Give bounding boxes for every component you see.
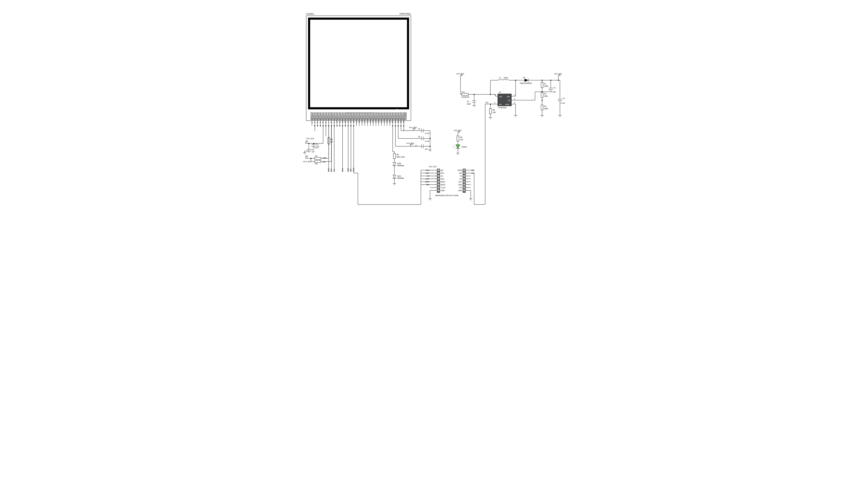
svg-text:470: 470 [460, 139, 463, 140]
svg-point-210 [429, 138, 430, 139]
svg-text:10K: 10K [322, 161, 326, 163]
svg-text:GND: GND [458, 190, 462, 191]
svg-text:R9: R9 [493, 109, 495, 111]
svg-text:10uF: 10uF [467, 103, 471, 105]
svg-rect-405 [463, 169, 465, 171]
power-led-block: VCC-3V3 R4 470 PWR1 [453, 130, 467, 155]
svg-text:FB: FB [508, 100, 510, 101]
svg-text:1uF: 1uF [425, 148, 428, 150]
svg-point-7 [314, 116, 316, 118]
oled-pin-label: D3 [354, 113, 356, 116]
svg-point-67 [370, 116, 371, 118]
svg-point-100 [400, 116, 402, 118]
vsl-chain: R6 50R 1/2W D2B RB480K D2A RB480K [392, 152, 405, 185]
svg-point-151 [336, 125, 337, 127]
oled-pin-label: VLSS [313, 111, 315, 116]
svg-text:←: ← [466, 169, 468, 171]
svg-text:4.7uF: 4.7uF [425, 140, 429, 142]
svg-marker-275 [524, 79, 528, 82]
svg-text:RST: RST [328, 168, 330, 172]
bus-routes [358, 170, 421, 205]
svg-point-88 [389, 116, 391, 118]
oled-pin-label: IREF [324, 111, 326, 116]
svg-point-40 [345, 116, 346, 118]
res-r5: R5 1M [328, 136, 333, 146]
svg-point-265 [474, 94, 475, 95]
svg-point-152 [339, 125, 340, 127]
oled-pin-label: D8 [368, 113, 370, 116]
svg-text:C4: C4 [418, 128, 420, 130]
rail-vcc33-4: VCC-3V3 [454, 130, 462, 131]
svg-text:R4: R4 [460, 136, 462, 138]
svg-text:17: 17 [355, 121, 357, 123]
svg-point-52 [356, 116, 357, 118]
svg-rect-351 [490, 109, 492, 114]
svg-text:4.7uF: 4.7uF [560, 102, 565, 104]
svg-point-270 [490, 94, 491, 95]
svg-text:C5: C5 [418, 136, 420, 138]
oled-pin-label: D5 [360, 113, 362, 116]
svg-rect-254 [462, 93, 468, 95]
oled-pin-label: CS# [332, 112, 334, 116]
svg-point-154 [345, 125, 346, 127]
svg-text:SW: SW [507, 96, 510, 97]
svg-text:MOSI: MOSI [441, 184, 445, 186]
svg-text:VIN: VIN [499, 96, 502, 97]
oled-pin-label: E/RD# [343, 110, 345, 116]
oled-pin-label: BS1 [335, 112, 337, 116]
svg-text:SDO: SDO [353, 168, 354, 172]
svg-rect-429 [463, 184, 465, 186]
oled-pin-label: D10 [374, 112, 376, 116]
svg-point-70 [372, 116, 374, 118]
svg-text:10uH: 10uH [503, 77, 508, 79]
svg-rect-437 [463, 189, 465, 191]
svg-text:4: 4 [494, 102, 495, 104]
svg-text:4.7uF: 4.7uF [425, 132, 429, 134]
right-caps: VCC-15V C4 4.7uF C5 4.7uF VCC-3V3 C7 1uF [406, 127, 432, 152]
svg-rect-368 [438, 172, 440, 174]
svg-rect-137 [315, 160, 321, 163]
oled-pin-label: D15 [388, 112, 390, 116]
rail-vcc15-2: VCC-15V [554, 73, 562, 75]
svg-text:GND: GND [441, 190, 445, 191]
svg-text:R2: R2 [544, 93, 546, 95]
svg-text:R/W: R/W [341, 168, 344, 172]
oled-pin-label: VSL [390, 112, 392, 116]
svg-text:8: 8 [330, 122, 332, 123]
svg-rect-421 [463, 178, 465, 180]
svg-point-329 [541, 100, 543, 101]
svg-point-34 [339, 116, 340, 118]
svg-point-103 [403, 116, 405, 118]
svg-text:SCK: SCK [347, 168, 349, 172]
oled-module: OLED1 PSP27801 1 34 [306, 13, 411, 120]
svg-point-91 [392, 116, 393, 118]
oled-pin-label: NC [310, 113, 312, 116]
svg-text:28: 28 [386, 121, 388, 123]
svg-text:1: 1 [514, 94, 515, 96]
oled-pin-label: VSS [402, 112, 404, 116]
svg-text:→: → [466, 175, 468, 177]
svg-text:TX: TX [460, 175, 462, 177]
svg-point-31 [336, 116, 338, 118]
rail-vcc15-1: VCC-15V [409, 127, 417, 129]
svg-text:AN: AN [441, 169, 443, 171]
svg-text:+3.3V: +3.3V [441, 187, 446, 189]
svg-text:RST: RST [441, 172, 444, 174]
svg-text:220K: 220K [544, 85, 549, 87]
svg-text:↔: ↔ [466, 190, 468, 191]
rail-vcc33-left1: VCC-3V3 [306, 138, 314, 139]
svg-text:MISO: MISO [441, 181, 445, 183]
svg-point-85 [386, 116, 388, 118]
svg-point-350 [490, 103, 491, 104]
svg-rect-425 [463, 180, 465, 183]
svg-text:FP1: FP1 [462, 91, 465, 93]
svg-text:←: ← [435, 172, 437, 174]
svg-text:←: ← [435, 175, 437, 177]
mikrobus-block: VCC-3V3 ANR/WRSTRST←CSCS←SCKSCK←MISOSDO←… [421, 166, 475, 200]
svg-point-73 [375, 116, 377, 118]
rail-vcc33-left2: VCC-3V3 [303, 161, 311, 163]
oled-pin-label: D13 [382, 112, 384, 116]
svg-point-25 [331, 116, 332, 118]
oled-pin-label: VDD [321, 112, 323, 116]
svg-text:1uF: 1uF [312, 151, 315, 153]
